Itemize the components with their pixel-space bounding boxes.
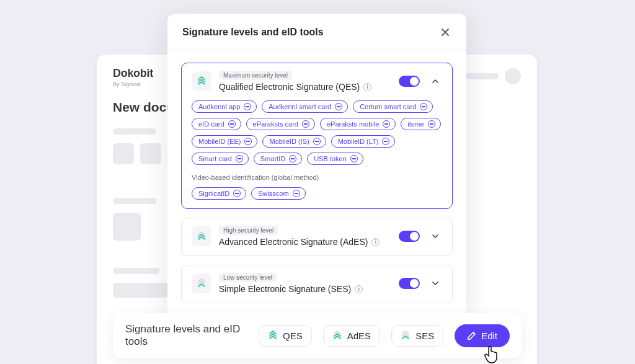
chip-signicatid[interactable]: SignicatID xyxy=(192,187,246,200)
level-header-qes[interactable]: Maximum security level Qualified Electro… xyxy=(192,71,442,92)
chip-mobileid-is[interactable]: MobileID (IS) xyxy=(262,135,326,148)
modal-title: Signature levels and eID tools xyxy=(182,27,324,38)
triple-chevron-up-icon xyxy=(268,331,278,340)
expand-button-ses[interactable] xyxy=(429,280,442,286)
toggle-qes[interactable] xyxy=(399,76,420,87)
level-card-ades: High security level Advanced Electronic … xyxy=(181,218,453,256)
collapse-button-qes[interactable] xyxy=(429,78,442,84)
edit-button[interactable]: Edit xyxy=(455,324,510,347)
chip-mobileid-lt[interactable]: MobileID (LT) xyxy=(331,135,396,148)
modal-header: Signature levels and eID tools xyxy=(167,14,466,50)
chip-smartid[interactable]: SmartID xyxy=(254,153,302,165)
summary-chip-ades: AdES xyxy=(323,325,380,347)
chevron-down-icon xyxy=(432,280,438,286)
summary-chip-label: SES xyxy=(415,331,434,341)
remove-icon xyxy=(382,138,389,145)
chip-audkenni-smart-card[interactable]: Audkenni smart card xyxy=(262,100,348,113)
remove-icon xyxy=(302,120,309,128)
level-card-ses: Low security level Simple Electronic Sig… xyxy=(181,265,453,303)
level-badge: Maximum security level xyxy=(219,71,292,80)
remove-icon xyxy=(293,190,300,197)
remove-icon xyxy=(383,120,390,128)
level-icon-ades xyxy=(192,226,211,246)
toggle-ses[interactable] xyxy=(399,278,420,289)
remove-icon xyxy=(244,138,252,145)
summary-bar: Signature levels and eID tools QES AdES … xyxy=(113,313,522,358)
signature-levels-modal: Signature levels and eID tools Maximum s… xyxy=(167,14,466,318)
triple-chevron-up-icon xyxy=(197,231,206,241)
info-icon[interactable]: i xyxy=(355,285,363,293)
chip-eid-card[interactable]: eID card xyxy=(192,118,241,130)
remove-icon xyxy=(228,120,236,128)
eid-chip-list-primary: Audkenni app Audkenni smart card Certum … xyxy=(192,100,442,165)
triple-chevron-up-icon xyxy=(197,278,206,288)
edit-button-label: Edit xyxy=(481,331,497,341)
pencil-icon xyxy=(467,331,476,340)
level-icon-ses xyxy=(192,273,211,293)
video-identification-subheading: Video-based identification (global metho… xyxy=(192,174,442,181)
level-badge: High security level xyxy=(219,226,278,235)
level-name-label: Advanced Electronic Signature (AdES) xyxy=(219,237,368,247)
modal-body: Maximum security level Qualified Electro… xyxy=(167,50,466,318)
chevron-down-icon xyxy=(432,233,438,239)
remove-icon xyxy=(289,155,296,162)
summary-bar-title: Signature levels and eID tools xyxy=(125,323,244,348)
header-skeleton-right xyxy=(465,68,521,84)
toggle-ades[interactable] xyxy=(399,231,420,242)
close-button[interactable] xyxy=(439,26,451,38)
chip-smart-card[interactable]: Smart card xyxy=(192,153,249,165)
remove-icon xyxy=(313,138,321,145)
summary-chip-label: QES xyxy=(283,331,303,341)
remove-icon xyxy=(236,155,243,162)
remove-icon xyxy=(335,103,342,110)
level-card-qes: Maximum security level Qualified Electro… xyxy=(181,63,453,209)
eid-chip-list-secondary: SignicatID Swisscom xyxy=(192,187,442,200)
expand-button-ades[interactable] xyxy=(429,233,442,239)
chevron-up-icon xyxy=(432,78,438,84)
remove-icon xyxy=(350,155,358,162)
level-name-label: Qualified Electronic Signature (QES) xyxy=(219,82,360,92)
triple-chevron-up-icon xyxy=(401,331,411,340)
chip-itsme[interactable]: itsme xyxy=(401,118,440,130)
chip-eparaksts-mobile[interactable]: eParaksts mobile xyxy=(320,118,396,130)
close-icon xyxy=(441,28,450,37)
summary-chip-label: AdES xyxy=(347,331,371,341)
level-icon-qes xyxy=(192,71,211,91)
remove-icon xyxy=(428,120,435,128)
chip-usb-token[interactable]: USB token xyxy=(307,153,363,165)
chip-eparaksts-card[interactable]: eParaksts card xyxy=(246,118,315,130)
triple-chevron-up-icon xyxy=(197,76,206,86)
chip-swisscom[interactable]: Swisscom xyxy=(251,187,306,200)
triple-chevron-up-icon xyxy=(332,331,342,340)
remove-icon xyxy=(233,190,241,197)
chip-certum-smart-card[interactable]: Certum smart card xyxy=(353,100,433,113)
level-name-label: Simple Electronic Signature (SES) xyxy=(219,284,351,294)
summary-chip-qes: QES xyxy=(259,325,312,347)
info-icon[interactable]: i xyxy=(371,238,380,246)
level-header-ses[interactable]: Low security level Simple Electronic Sig… xyxy=(192,273,442,294)
chip-audkenni-app[interactable]: Audkenni app xyxy=(192,100,257,113)
summary-chip-ses: SES xyxy=(391,325,443,347)
remove-icon xyxy=(244,103,251,110)
info-icon[interactable]: i xyxy=(363,83,371,91)
level-header-ades[interactable]: High security level Advanced Electronic … xyxy=(192,226,442,247)
remove-icon xyxy=(420,103,427,110)
level-badge: Low security level xyxy=(219,273,277,282)
chip-mobileid-ee[interactable]: MobileID (EE) xyxy=(192,135,257,148)
